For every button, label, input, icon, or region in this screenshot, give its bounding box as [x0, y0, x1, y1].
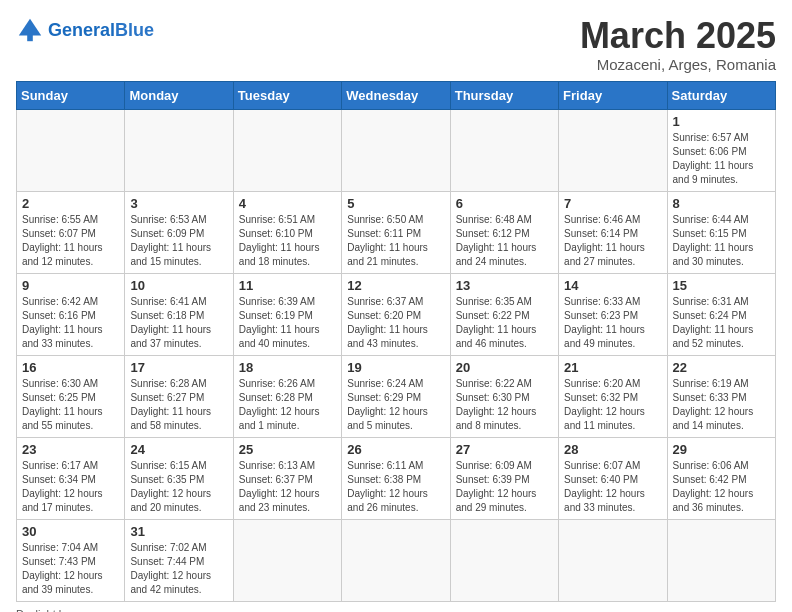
day-info: Sunrise: 6:20 AM Sunset: 6:32 PM Dayligh…: [564, 377, 661, 433]
calendar-cell: [450, 519, 558, 601]
day-info: Sunrise: 6:07 AM Sunset: 6:40 PM Dayligh…: [564, 459, 661, 515]
day-number: 22: [673, 360, 770, 375]
day-info: Sunrise: 6:57 AM Sunset: 6:06 PM Dayligh…: [673, 131, 770, 187]
calendar-cell: [233, 519, 341, 601]
day-number: 1: [673, 114, 770, 129]
calendar-cell: 5Sunrise: 6:50 AM Sunset: 6:11 PM Daylig…: [342, 191, 450, 273]
calendar-cell: 4Sunrise: 6:51 AM Sunset: 6:10 PM Daylig…: [233, 191, 341, 273]
day-info: Sunrise: 6:44 AM Sunset: 6:15 PM Dayligh…: [673, 213, 770, 269]
day-info: Sunrise: 6:31 AM Sunset: 6:24 PM Dayligh…: [673, 295, 770, 351]
calendar-cell: [17, 109, 125, 191]
day-info: Sunrise: 6:51 AM Sunset: 6:10 PM Dayligh…: [239, 213, 336, 269]
calendar-cell: [450, 109, 558, 191]
calendar-cell: 1Sunrise: 6:57 AM Sunset: 6:06 PM Daylig…: [667, 109, 775, 191]
day-number: 11: [239, 278, 336, 293]
day-number: 28: [564, 442, 661, 457]
calendar-cell: 13Sunrise: 6:35 AM Sunset: 6:22 PM Dayli…: [450, 273, 558, 355]
calendar-cell: 6Sunrise: 6:48 AM Sunset: 6:12 PM Daylig…: [450, 191, 558, 273]
calendar-cell: 22Sunrise: 6:19 AM Sunset: 6:33 PM Dayli…: [667, 355, 775, 437]
day-info: Sunrise: 6:13 AM Sunset: 6:37 PM Dayligh…: [239, 459, 336, 515]
calendar-cell: 26Sunrise: 6:11 AM Sunset: 6:38 PM Dayli…: [342, 437, 450, 519]
day-info: Sunrise: 6:53 AM Sunset: 6:09 PM Dayligh…: [130, 213, 227, 269]
calendar-cell: 19Sunrise: 6:24 AM Sunset: 6:29 PM Dayli…: [342, 355, 450, 437]
day-info: Sunrise: 7:04 AM Sunset: 7:43 PM Dayligh…: [22, 541, 119, 597]
day-number: 31: [130, 524, 227, 539]
calendar-cell: 7Sunrise: 6:46 AM Sunset: 6:14 PM Daylig…: [559, 191, 667, 273]
calendar-table: SundayMondayTuesdayWednesdayThursdayFrid…: [16, 81, 776, 602]
calendar-cell: 12Sunrise: 6:37 AM Sunset: 6:20 PM Dayli…: [342, 273, 450, 355]
day-number: 18: [239, 360, 336, 375]
calendar-cell: 23Sunrise: 6:17 AM Sunset: 6:34 PM Dayli…: [17, 437, 125, 519]
calendar-week-row: 23Sunrise: 6:17 AM Sunset: 6:34 PM Dayli…: [17, 437, 776, 519]
calendar-cell: 30Sunrise: 7:04 AM Sunset: 7:43 PM Dayli…: [17, 519, 125, 601]
day-number: 21: [564, 360, 661, 375]
day-number: 3: [130, 196, 227, 211]
day-number: 25: [239, 442, 336, 457]
footer-note: Daylight hours: [16, 608, 776, 612]
day-info: Sunrise: 6:19 AM Sunset: 6:33 PM Dayligh…: [673, 377, 770, 433]
day-number: 10: [130, 278, 227, 293]
logo: GeneralBlue: [16, 16, 154, 44]
weekday-header: Tuesday: [233, 81, 341, 109]
calendar-week-row: 2Sunrise: 6:55 AM Sunset: 6:07 PM Daylig…: [17, 191, 776, 273]
calendar-cell: 11Sunrise: 6:39 AM Sunset: 6:19 PM Dayli…: [233, 273, 341, 355]
logo-text: GeneralBlue: [48, 20, 154, 41]
day-number: 13: [456, 278, 553, 293]
day-number: 15: [673, 278, 770, 293]
calendar-cell: 29Sunrise: 6:06 AM Sunset: 6:42 PM Dayli…: [667, 437, 775, 519]
calendar-cell: [559, 519, 667, 601]
svg-rect-1: [27, 34, 33, 41]
day-number: 24: [130, 442, 227, 457]
day-info: Sunrise: 6:26 AM Sunset: 6:28 PM Dayligh…: [239, 377, 336, 433]
day-number: 16: [22, 360, 119, 375]
day-info: Sunrise: 6:30 AM Sunset: 6:25 PM Dayligh…: [22, 377, 119, 433]
day-info: Sunrise: 6:50 AM Sunset: 6:11 PM Dayligh…: [347, 213, 444, 269]
calendar-cell: [559, 109, 667, 191]
day-number: 19: [347, 360, 444, 375]
day-number: 4: [239, 196, 336, 211]
weekday-header: Thursday: [450, 81, 558, 109]
calendar-cell: [342, 519, 450, 601]
day-number: 5: [347, 196, 444, 211]
calendar-cell: 8Sunrise: 6:44 AM Sunset: 6:15 PM Daylig…: [667, 191, 775, 273]
calendar-cell: 15Sunrise: 6:31 AM Sunset: 6:24 PM Dayli…: [667, 273, 775, 355]
weekday-header: Friday: [559, 81, 667, 109]
day-number: 20: [456, 360, 553, 375]
calendar-cell: [342, 109, 450, 191]
calendar-cell: 31Sunrise: 7:02 AM Sunset: 7:44 PM Dayli…: [125, 519, 233, 601]
day-number: 23: [22, 442, 119, 457]
day-info: Sunrise: 6:24 AM Sunset: 6:29 PM Dayligh…: [347, 377, 444, 433]
day-info: Sunrise: 6:06 AM Sunset: 6:42 PM Dayligh…: [673, 459, 770, 515]
calendar-cell: 28Sunrise: 6:07 AM Sunset: 6:40 PM Dayli…: [559, 437, 667, 519]
day-info: Sunrise: 6:39 AM Sunset: 6:19 PM Dayligh…: [239, 295, 336, 351]
weekday-header: Monday: [125, 81, 233, 109]
calendar-cell: 20Sunrise: 6:22 AM Sunset: 6:30 PM Dayli…: [450, 355, 558, 437]
calendar-cell: 3Sunrise: 6:53 AM Sunset: 6:09 PM Daylig…: [125, 191, 233, 273]
day-number: 8: [673, 196, 770, 211]
day-info: Sunrise: 6:46 AM Sunset: 6:14 PM Dayligh…: [564, 213, 661, 269]
calendar-cell: 14Sunrise: 6:33 AM Sunset: 6:23 PM Dayli…: [559, 273, 667, 355]
day-info: Sunrise: 6:33 AM Sunset: 6:23 PM Dayligh…: [564, 295, 661, 351]
day-info: Sunrise: 6:42 AM Sunset: 6:16 PM Dayligh…: [22, 295, 119, 351]
calendar-cell: 16Sunrise: 6:30 AM Sunset: 6:25 PM Dayli…: [17, 355, 125, 437]
day-info: Sunrise: 6:37 AM Sunset: 6:20 PM Dayligh…: [347, 295, 444, 351]
calendar-week-row: 16Sunrise: 6:30 AM Sunset: 6:25 PM Dayli…: [17, 355, 776, 437]
calendar-cell: 9Sunrise: 6:42 AM Sunset: 6:16 PM Daylig…: [17, 273, 125, 355]
calendar-cell: 17Sunrise: 6:28 AM Sunset: 6:27 PM Dayli…: [125, 355, 233, 437]
weekday-header-row: SundayMondayTuesdayWednesdayThursdayFrid…: [17, 81, 776, 109]
day-info: Sunrise: 6:11 AM Sunset: 6:38 PM Dayligh…: [347, 459, 444, 515]
calendar-cell: 2Sunrise: 6:55 AM Sunset: 6:07 PM Daylig…: [17, 191, 125, 273]
weekday-header: Sunday: [17, 81, 125, 109]
day-info: Sunrise: 6:48 AM Sunset: 6:12 PM Dayligh…: [456, 213, 553, 269]
logo-icon: [16, 16, 44, 44]
title-block: March 2025 Mozaceni, Arges, Romania: [580, 16, 776, 73]
day-info: Sunrise: 6:09 AM Sunset: 6:39 PM Dayligh…: [456, 459, 553, 515]
day-info: Sunrise: 6:41 AM Sunset: 6:18 PM Dayligh…: [130, 295, 227, 351]
calendar-week-row: 1Sunrise: 6:57 AM Sunset: 6:06 PM Daylig…: [17, 109, 776, 191]
day-number: 7: [564, 196, 661, 211]
day-number: 29: [673, 442, 770, 457]
weekday-header: Wednesday: [342, 81, 450, 109]
calendar-week-row: 9Sunrise: 6:42 AM Sunset: 6:16 PM Daylig…: [17, 273, 776, 355]
day-info: Sunrise: 6:15 AM Sunset: 6:35 PM Dayligh…: [130, 459, 227, 515]
calendar-cell: 27Sunrise: 6:09 AM Sunset: 6:39 PM Dayli…: [450, 437, 558, 519]
